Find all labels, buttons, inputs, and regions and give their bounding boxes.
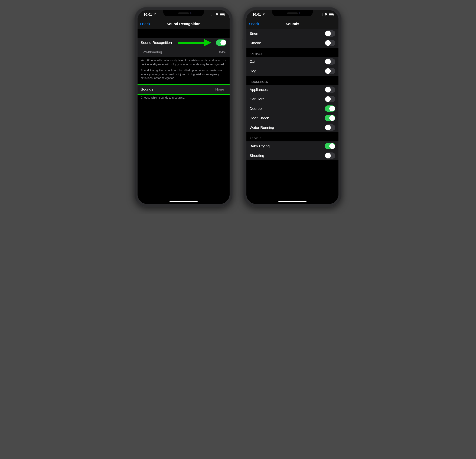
sound-baby-crying-row[interactable]: Baby Crying bbox=[246, 141, 339, 151]
section-header-animals: ANIMALS bbox=[246, 48, 339, 57]
sound-appliances-toggle[interactable] bbox=[325, 87, 335, 93]
navigation-bar: ‹ Back Sound Recognition bbox=[137, 19, 230, 29]
back-label: Back bbox=[251, 22, 259, 26]
sound-baby-crying-toggle[interactable] bbox=[325, 143, 335, 149]
sound-cat-row[interactable]: Cat bbox=[246, 57, 339, 66]
row-label: Smoke bbox=[250, 41, 261, 45]
section-header-people: PEOPLE bbox=[246, 132, 339, 141]
location-services-icon bbox=[262, 13, 265, 16]
chevron-right-icon: › bbox=[225, 87, 226, 92]
sound-water-running-row[interactable]: Water Running bbox=[246, 123, 339, 132]
row-label: Sound Recognition bbox=[141, 41, 172, 45]
sound-dog-row[interactable]: Dog bbox=[246, 66, 339, 76]
row-label: Dog bbox=[250, 69, 256, 73]
footer-description-1: Your iPhone will continuously listen for… bbox=[137, 57, 230, 66]
sounds-row[interactable]: Sounds None › bbox=[137, 85, 230, 94]
sound-water-running-toggle[interactable] bbox=[325, 124, 335, 131]
phone-right: 10:01 ‹ Back Sounds SirenSmokeANIMALSCat… bbox=[243, 7, 342, 207]
back-button[interactable]: ‹ Back bbox=[137, 21, 150, 26]
annotation-arrow-icon bbox=[178, 40, 211, 45]
row-label: Water Running bbox=[250, 125, 274, 130]
sound-smoke-toggle[interactable] bbox=[325, 40, 335, 46]
sounds-value: None bbox=[215, 87, 224, 91]
row-label: Sounds bbox=[141, 87, 153, 91]
sound-door-knock-row[interactable]: Door Knock bbox=[246, 113, 339, 123]
download-label: Downloading... bbox=[141, 50, 165, 54]
sound-doorbell-row[interactable]: Doorbell bbox=[246, 104, 339, 113]
sound-car-horn-toggle[interactable] bbox=[325, 96, 335, 102]
sound-smoke-row[interactable]: Smoke bbox=[246, 38, 339, 48]
sound-appliances-row[interactable]: Appliances bbox=[246, 85, 339, 94]
row-label: Baby Crying bbox=[250, 144, 270, 148]
sound-car-horn-row[interactable]: Car Horn bbox=[246, 94, 339, 104]
notch bbox=[272, 10, 313, 16]
chevron-left-icon: ‹ bbox=[140, 21, 141, 26]
sound-dog-toggle[interactable] bbox=[325, 68, 335, 74]
battery-icon bbox=[329, 13, 333, 16]
downloading-row: Downloading... 84% bbox=[137, 47, 230, 57]
cellular-signal-icon bbox=[320, 13, 323, 16]
battery-icon bbox=[220, 13, 225, 16]
row-label: Car Horn bbox=[250, 97, 264, 101]
chevron-left-icon: ‹ bbox=[248, 21, 250, 26]
row-label: Siren bbox=[250, 31, 258, 36]
page-title: Sound Recognition bbox=[137, 22, 230, 26]
wifi-icon bbox=[215, 13, 219, 16]
wifi-icon bbox=[324, 13, 328, 16]
home-indicator[interactable] bbox=[170, 201, 198, 202]
status-time: 10:01 bbox=[144, 13, 152, 16]
row-label: Doorbell bbox=[250, 107, 263, 111]
annotation-highlight: Sounds None › bbox=[137, 84, 230, 95]
section-header-household: HOUSEHOLD bbox=[246, 76, 339, 85]
sound-shouting-row[interactable]: Shouting bbox=[246, 151, 339, 160]
footer-description-2: Sound Recognition should not be relied u… bbox=[137, 66, 230, 85]
sound-doorbell-toggle[interactable] bbox=[325, 106, 335, 112]
sound-siren-toggle[interactable] bbox=[325, 30, 335, 37]
sound-shouting-toggle[interactable] bbox=[325, 152, 335, 159]
row-label: Shouting bbox=[250, 154, 264, 158]
download-percentage: 84% bbox=[219, 50, 226, 54]
page-title: Sounds bbox=[246, 22, 339, 26]
row-label: Cat bbox=[250, 59, 255, 64]
cellular-signal-icon bbox=[211, 13, 214, 16]
row-label: Appliances bbox=[250, 88, 268, 92]
home-indicator[interactable] bbox=[278, 201, 306, 202]
sound-siren-row[interactable]: Siren bbox=[246, 29, 339, 38]
phone-left: 10:01 ‹ Back Sound Recognition bbox=[134, 7, 233, 207]
back-button[interactable]: ‹ Back bbox=[246, 21, 259, 26]
status-time: 10:01 bbox=[252, 13, 261, 16]
location-services-icon bbox=[153, 13, 156, 16]
navigation-bar: ‹ Back Sounds bbox=[246, 19, 339, 29]
sound-cat-toggle[interactable] bbox=[325, 58, 335, 65]
sound-door-knock-toggle[interactable] bbox=[325, 115, 335, 121]
back-label: Back bbox=[142, 22, 150, 26]
sound-recognition-toggle-row[interactable]: Sound Recognition bbox=[137, 38, 230, 47]
notch bbox=[163, 10, 204, 16]
row-label: Door Knock bbox=[250, 116, 269, 120]
sound-recognition-toggle[interactable] bbox=[216, 40, 226, 46]
